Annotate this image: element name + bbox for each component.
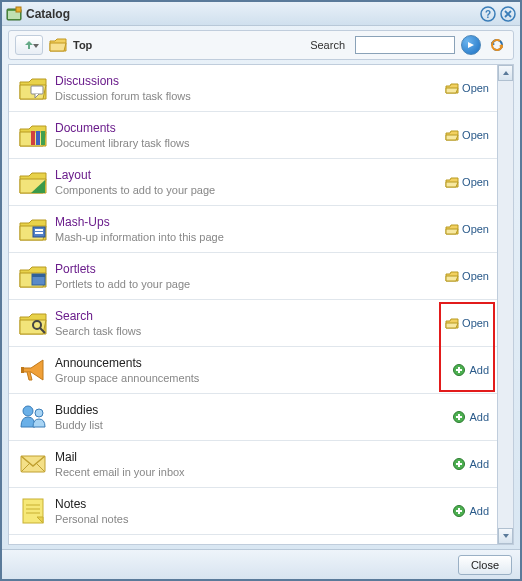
notes-icon (17, 495, 49, 527)
breadcrumb: Top (73, 39, 92, 51)
folder-layout-icon (17, 166, 49, 198)
vertical-scrollbar[interactable] (497, 65, 513, 544)
item-description: Recent email in your inbox (55, 466, 452, 478)
folder-docs-icon (17, 119, 49, 151)
search-input[interactable] (355, 36, 455, 54)
svg-rect-2 (16, 7, 21, 12)
item-title[interactable]: Layout (55, 168, 445, 182)
item-description: Document library task flows (55, 137, 445, 149)
list-item: AnnouncementsGroup space announcementsAd… (9, 347, 497, 394)
item-title: Mail (55, 450, 452, 464)
plus-icon (452, 410, 466, 424)
scroll-down-arrow[interactable] (498, 528, 513, 544)
up-button[interactable] (15, 35, 43, 55)
list-item: BuddiesBuddy listAdd (9, 394, 497, 441)
close-icon[interactable] (500, 6, 516, 22)
item-title[interactable]: Portlets (55, 262, 445, 276)
item-title[interactable]: Search (55, 309, 445, 323)
action-label: Open (462, 82, 489, 94)
search-label: Search (310, 39, 345, 51)
plus-icon (452, 457, 466, 471)
folder-mashup-icon (17, 213, 49, 245)
refresh-button[interactable] (487, 35, 507, 55)
catalog-window: Catalog ? Top Search DiscussionsDiscussi… (0, 0, 522, 581)
open-action[interactable]: Open (445, 128, 489, 142)
add-action[interactable]: Add (452, 504, 489, 518)
close-button[interactable]: Close (458, 555, 512, 575)
mail-icon (17, 448, 49, 480)
svg-rect-16 (21, 367, 24, 373)
item-description: Mash-up information into this page (55, 231, 445, 243)
scroll-up-arrow[interactable] (498, 65, 513, 81)
action-label: Open (462, 223, 489, 235)
open-action[interactable]: Open (445, 269, 489, 283)
open-action[interactable]: Open (445, 316, 489, 330)
footer: Close (2, 549, 520, 579)
item-description: Portlets to add to your page (55, 278, 445, 290)
open-action[interactable]: Open (445, 222, 489, 236)
action-label: Open (462, 129, 489, 141)
action-label: Open (462, 317, 489, 329)
list-item: DocumentsDocument library task flowsOpen (9, 112, 497, 159)
item-description: Discussion forum task flows (55, 90, 445, 102)
list-item: NotesPersonal notesAdd (9, 488, 497, 535)
svg-text:?: ? (485, 9, 491, 20)
folder-discuss-icon (17, 72, 49, 104)
list-item: SearchSearch task flowsOpen (9, 300, 497, 347)
list-item: DiscussionsDiscussion forum task flowsOp… (9, 65, 497, 112)
folder-open-icon (445, 175, 459, 189)
svg-rect-12 (35, 232, 43, 234)
action-label: Add (469, 364, 489, 376)
folder-open-icon (445, 128, 459, 142)
svg-point-19 (35, 409, 43, 417)
folder-open-icon (445, 269, 459, 283)
svg-rect-8 (36, 131, 40, 145)
add-action[interactable]: Add (452, 363, 489, 377)
svg-rect-14 (32, 274, 45, 277)
plus-icon (452, 504, 466, 518)
search-go-button[interactable] (461, 35, 481, 55)
action-label: Open (462, 176, 489, 188)
open-action[interactable]: Open (445, 81, 489, 95)
svg-point-18 (23, 406, 33, 416)
list-item: PortletsPortlets to add to your pageOpen (9, 253, 497, 300)
folder-search-icon (17, 307, 49, 339)
svg-rect-6 (31, 86, 43, 94)
catalog-icon (6, 6, 22, 22)
item-description: Components to add to your page (55, 184, 445, 196)
megaphone-icon (17, 354, 49, 386)
plus-icon (452, 363, 466, 377)
folder-open-icon (445, 81, 459, 95)
open-action[interactable]: Open (445, 175, 489, 189)
action-label: Add (469, 505, 489, 517)
svg-rect-11 (35, 229, 43, 231)
window-title: Catalog (26, 7, 480, 21)
item-title: Buddies (55, 403, 452, 417)
help-icon[interactable]: ? (480, 6, 496, 22)
item-title[interactable]: Documents (55, 121, 445, 135)
item-description: Group space announcements (55, 372, 452, 384)
item-description: Buddy list (55, 419, 452, 431)
list-item: MailRecent email in your inboxAdd (9, 441, 497, 488)
svg-rect-7 (31, 131, 35, 145)
content-area: DiscussionsDiscussion forum task flowsOp… (8, 64, 514, 545)
item-description: Personal notes (55, 513, 452, 525)
folder-open-icon (445, 222, 459, 236)
buddies-icon (17, 401, 49, 433)
item-title: Announcements (55, 356, 452, 370)
list-item: Mash-UpsMash-up information into this pa… (9, 206, 497, 253)
item-title[interactable]: Discussions (55, 74, 445, 88)
folder-open-icon (445, 316, 459, 330)
toolbar: Top Search (8, 30, 514, 60)
folder-portlet-icon (17, 260, 49, 292)
add-action[interactable]: Add (452, 410, 489, 424)
folder-icon (49, 38, 67, 52)
item-title[interactable]: Mash-Ups (55, 215, 445, 229)
item-title: Notes (55, 497, 452, 511)
add-action[interactable]: Add (452, 457, 489, 471)
action-label: Open (462, 270, 489, 282)
action-label: Add (469, 458, 489, 470)
action-label: Add (469, 411, 489, 423)
item-description: Search task flows (55, 325, 445, 337)
list-item: LayoutComponents to add to your pageOpen (9, 159, 497, 206)
